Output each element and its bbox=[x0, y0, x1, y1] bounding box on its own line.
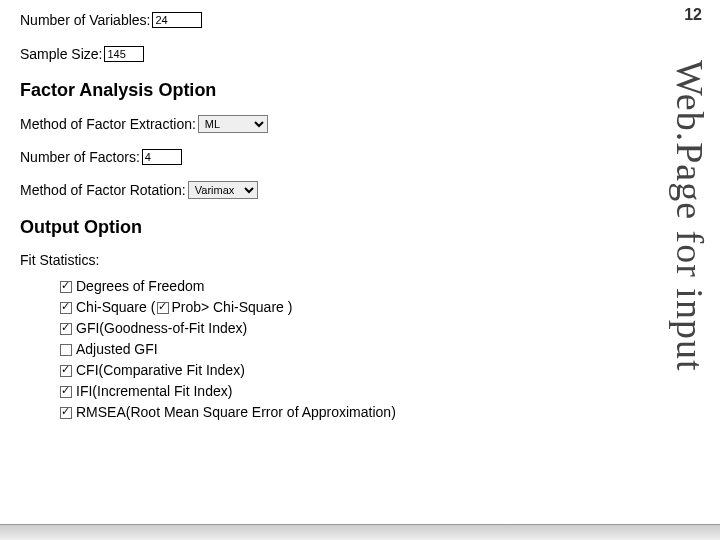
num-vars-row: Number of Variables: bbox=[20, 12, 700, 28]
check-row-agfi: Adjusted GFI bbox=[60, 339, 700, 360]
page-number: 12 bbox=[684, 6, 702, 24]
sample-size-input[interactable] bbox=[104, 46, 144, 62]
sample-size-row: Sample Size: bbox=[20, 46, 700, 62]
num-vars-input[interactable] bbox=[152, 12, 202, 28]
checkbox-prob-chisq[interactable] bbox=[157, 302, 169, 314]
rotation-select[interactable]: Varimax bbox=[188, 181, 258, 199]
label-gfi: GFI(Goodness-of-Fit Index) bbox=[76, 318, 247, 339]
num-factors-label: Number of Factors: bbox=[20, 149, 140, 165]
check-row-rmsea: RMSEA(Root Mean Square Error of Approxim… bbox=[60, 402, 700, 423]
label-chisq-pre: Chi-Square ( bbox=[76, 297, 155, 318]
fit-checklist: Degrees of Freedom Chi-Square ( Prob> Ch… bbox=[60, 276, 700, 423]
checkbox-agfi[interactable] bbox=[60, 344, 72, 356]
check-row-ifi: IFI(Incremental Fit Index) bbox=[60, 381, 700, 402]
checkbox-dof[interactable] bbox=[60, 281, 72, 293]
checkbox-gfi[interactable] bbox=[60, 323, 72, 335]
footer-bar bbox=[0, 524, 720, 540]
label-cfi: CFI(Comparative Fit Index) bbox=[76, 360, 245, 381]
fit-statistics-label: Fit Statistics: bbox=[20, 252, 700, 268]
checkbox-cfi[interactable] bbox=[60, 365, 72, 377]
num-vars-label: Number of Variables: bbox=[20, 12, 150, 28]
sample-size-label: Sample Size: bbox=[20, 46, 102, 62]
rotation-row: Method of Factor Rotation: Varimax bbox=[20, 181, 700, 199]
side-title: Web.Page for input bbox=[652, 60, 712, 520]
checkbox-ifi[interactable] bbox=[60, 386, 72, 398]
label-ifi: IFI(Incremental Fit Index) bbox=[76, 381, 232, 402]
num-factors-input[interactable] bbox=[142, 149, 182, 165]
check-row-gfi: GFI(Goodness-of-Fit Index) bbox=[60, 318, 700, 339]
extraction-row: Method of Factor Extraction: ML bbox=[20, 115, 700, 133]
label-dof: Degrees of Freedom bbox=[76, 276, 204, 297]
check-row-dof: Degrees of Freedom bbox=[60, 276, 700, 297]
factor-heading: Factor Analysis Option bbox=[20, 80, 700, 101]
num-factors-row: Number of Factors: bbox=[20, 149, 700, 165]
check-row-chisq: Chi-Square ( Prob> Chi-Square ) bbox=[60, 297, 700, 318]
checkbox-rmsea[interactable] bbox=[60, 407, 72, 419]
label-rmsea: RMSEA(Root Mean Square Error of Approxim… bbox=[76, 402, 396, 423]
rotation-label: Method of Factor Rotation: bbox=[20, 182, 186, 198]
label-agfi: Adjusted GFI bbox=[76, 339, 158, 360]
output-heading: Output Option bbox=[20, 217, 700, 238]
extraction-select[interactable]: ML bbox=[198, 115, 268, 133]
form-content: Number of Variables: Sample Size: Factor… bbox=[0, 0, 720, 423]
check-row-cfi: CFI(Comparative Fit Index) bbox=[60, 360, 700, 381]
label-chisq-post: Prob> Chi-Square ) bbox=[171, 297, 292, 318]
extraction-label: Method of Factor Extraction: bbox=[20, 116, 196, 132]
checkbox-chisq[interactable] bbox=[60, 302, 72, 314]
